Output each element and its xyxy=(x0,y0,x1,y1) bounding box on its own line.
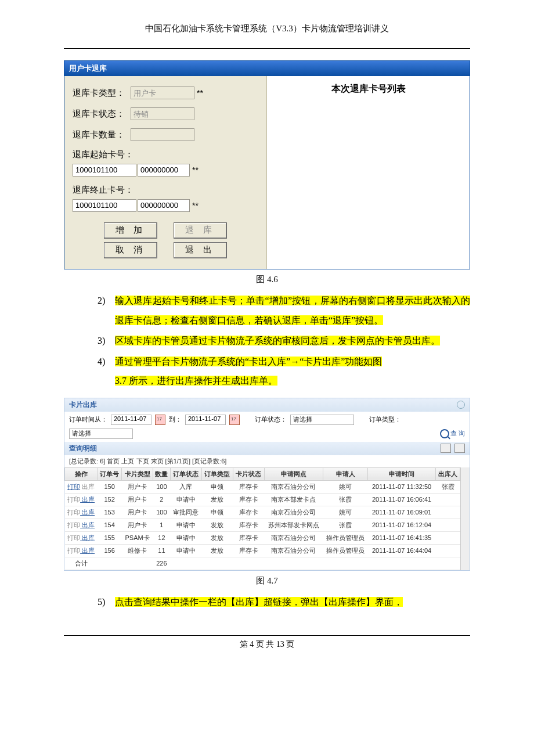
result-table: 操作订单号卡片类型数量订单状态订单类型卡片状态申请网点申请人申请时间出库人 打印… xyxy=(64,467,460,570)
column-header: 操作 xyxy=(65,467,98,480)
column-header: 申请时间 xyxy=(368,467,436,480)
out-link[interactable]: 出库 xyxy=(80,496,95,503)
card-qty-input[interactable] xyxy=(131,128,194,141)
step-4-number: 4) xyxy=(98,352,115,391)
label-card-qty: 退库卡数量： xyxy=(73,129,131,141)
date-to-input[interactable]: 2011-11-07 xyxy=(185,415,226,425)
label-time-from: 订单时间从： xyxy=(69,415,107,424)
calendar-icon[interactable] xyxy=(229,415,240,425)
column-header: 订单状态 xyxy=(170,467,201,480)
date-from-input[interactable]: 2011-11-07 xyxy=(111,415,151,425)
step-2-text: 输入退库起始卡号和终止卡号；单击“增加”按钮，屏幕的右侧窗口将显示出此次输入的退… xyxy=(115,296,470,325)
print-link[interactable]: 打印 xyxy=(67,509,80,516)
end-num-input[interactable]: 000000000 xyxy=(138,199,190,212)
out-link[interactable]: 出库 xyxy=(80,521,95,528)
figure-4-7-panel: 卡片出库 订单时间从： 2011-11-07 到： 2011-11-07 订单状… xyxy=(64,398,470,571)
search-icon xyxy=(440,429,449,438)
doc-header: 中国石化加油卡系统卡管理系统（V3.3）卡片物流管理培训讲义 xyxy=(64,23,470,34)
card-type-select[interactable]: 用户卡 xyxy=(131,87,194,99)
print-link[interactable]: 打印 xyxy=(67,496,80,503)
refresh-icon[interactable] xyxy=(457,401,465,409)
column-header: 卡片类型 xyxy=(122,467,153,480)
order-type-select[interactable]: 请选择 xyxy=(69,429,133,439)
column-header: 订单类型 xyxy=(201,467,233,480)
order-status-select[interactable]: 请选择 xyxy=(290,415,354,425)
exit-button[interactable]: 退 出 xyxy=(174,242,227,258)
dialog-title: 用户卡退库 xyxy=(64,61,470,76)
step-5-text: 点击查询结果中操作一栏的【出库】超链接，弹出【出库操作】界面， xyxy=(115,597,403,607)
figure-4-6-dialog: 用户卡退库 退库卡类型： 用户卡 ** 退库卡状态： 待销 退库卡数量： 退库起… xyxy=(64,60,470,269)
table-row: 打印 出库150用户卡100入库申领库存卡南京石油分公司姚可2011-11-07… xyxy=(65,480,460,493)
step-4-text-a: 通过管理平台卡片物流子系统的“卡出入库”→“卡片出库”功能如图 xyxy=(115,357,382,366)
label-time-to: 到： xyxy=(169,415,182,424)
step-3-number: 3) xyxy=(98,331,115,351)
caption-4-7: 图 4.7 xyxy=(64,575,470,586)
label-end-no: 退库终止卡号： xyxy=(73,185,134,196)
total-row: 合计226 xyxy=(65,557,460,570)
column-header: 出库人 xyxy=(436,467,460,480)
out-link[interactable]: 出库 xyxy=(80,509,95,516)
print-link[interactable]: 打印 xyxy=(67,521,80,528)
export-icon[interactable] xyxy=(441,444,451,453)
column-header: 订单号 xyxy=(98,467,122,480)
table-row: 打印 出库154用户卡1申请中发放库存卡苏州本部发卡网点张霞2011-11-07… xyxy=(65,519,460,531)
label-card-type: 退库卡类型： xyxy=(73,88,131,99)
required-mark: ** xyxy=(192,165,199,175)
table-row: 打印 出库153用户卡100审批同意申领库存卡南京石油分公司姚可2011-11-… xyxy=(65,506,460,519)
pager: [总记录数: 6] 首页 上页 下页 末页 [第1/1页] [页记录数:6] xyxy=(64,455,470,467)
cancel-button[interactable]: 取 消 xyxy=(104,242,157,258)
column-header: 申请人 xyxy=(323,467,368,480)
print-link[interactable]: 打印 xyxy=(67,534,80,541)
out-link[interactable]: 出库 xyxy=(80,483,95,490)
return-button[interactable]: 退 库 xyxy=(174,222,227,239)
end-prefix-input[interactable]: 1000101100 xyxy=(73,199,136,212)
label-order-type: 订单类型： xyxy=(369,415,401,424)
column-header: 申请网点 xyxy=(264,467,323,480)
table-row: 打印 出库152用户卡2申请中发放库存卡南京本部发卡点张霞2011-11-07 … xyxy=(65,493,460,506)
out-link[interactable]: 出库 xyxy=(80,534,95,541)
footer-divider xyxy=(64,635,470,636)
start-prefix-input[interactable]: 1000101100 xyxy=(73,164,136,177)
search-button[interactable]: 查 询 xyxy=(440,429,465,438)
step-3-text: 区域卡库的卡管员通过卡片物流子系统的审核同意后，发卡网点的卡管员出库。 xyxy=(115,336,440,345)
table-row: 打印 出库156维修卡11申请中发放库存卡南京石油分公司操作员管理员2011-1… xyxy=(65,544,460,557)
start-num-input[interactable]: 000000000 xyxy=(138,164,190,177)
page-footer: 第 4 页 共 13 页 xyxy=(240,640,295,649)
required-mark: ** xyxy=(192,201,199,210)
column-header: 数量 xyxy=(153,467,171,480)
step-2-number: 2) xyxy=(98,291,115,330)
step-5-number: 5) xyxy=(98,592,115,612)
card-status-select[interactable]: 待销 xyxy=(131,107,194,120)
header-divider xyxy=(64,48,470,49)
required-mark: ** xyxy=(197,88,203,98)
excel-icon[interactable] xyxy=(454,444,465,453)
panel-title: 卡片出库 xyxy=(69,400,97,410)
table-row: 打印 出库155PSAM卡12申请中发放库存卡南京石油分公司操作员管理员2011… xyxy=(65,531,460,544)
return-card-list-panel: 本次退库卡号列表 xyxy=(266,76,470,269)
out-link[interactable]: 出库 xyxy=(80,547,95,554)
add-button[interactable]: 增 加 xyxy=(104,222,157,239)
print-link[interactable]: 打印 xyxy=(67,547,80,554)
caption-4-6: 图 4.6 xyxy=(64,274,470,285)
label-order-status: 订单状态： xyxy=(255,415,287,424)
label-start-no: 退库起始卡号： xyxy=(73,149,134,160)
vertical-scrollbar[interactable] xyxy=(460,467,470,570)
calendar-icon[interactable] xyxy=(155,415,165,425)
subpanel-title: 查询明细 xyxy=(69,444,97,453)
label-card-status: 退库卡状态： xyxy=(73,109,131,120)
step-4-text-b: 3.7 所示，进行出库操作并生成出库单。 xyxy=(115,376,277,386)
print-link[interactable]: 打印 xyxy=(67,483,80,490)
column-header: 卡片状态 xyxy=(233,467,264,480)
